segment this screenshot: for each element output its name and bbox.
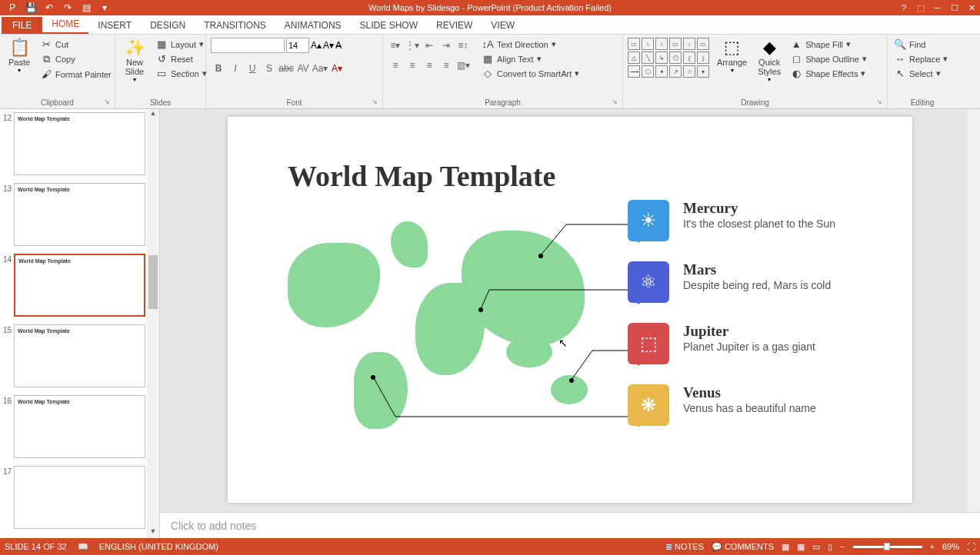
callout-mercury[interactable]: ☀MercuryIt's the closest planet to the S… xyxy=(628,200,835,241)
align-center-button[interactable]: ≡ xyxy=(405,58,420,73)
font-dialog-launcher[interactable]: ↘ xyxy=(372,98,381,107)
tab-insert[interactable]: INSERT xyxy=(88,17,141,34)
font-color-button[interactable]: A▾ xyxy=(329,61,345,76)
numbering-button[interactable]: ⋮▾ xyxy=(405,38,420,53)
qat-customize-icon[interactable]: ▾ xyxy=(97,1,112,15)
decrease-font-icon[interactable]: A▾ xyxy=(323,40,334,51)
line-spacing-button[interactable]: ≡↕ xyxy=(455,38,471,53)
layout-button[interactable]: ▦Layout ▾ xyxy=(154,38,208,51)
powerpoint-icon[interactable]: P xyxy=(5,1,20,15)
paragraph-dialog-launcher[interactable]: ↘ xyxy=(612,98,621,107)
slide-thumbnail-16[interactable]: 16World Map Template xyxy=(2,395,145,458)
select-button[interactable]: ↖Select ▾ xyxy=(892,67,949,80)
tab-slideshow[interactable]: SLIDE SHOW xyxy=(351,17,427,34)
replace-button[interactable]: ↔Replace ▾ xyxy=(892,52,949,65)
close-icon[interactable]: ✕ xyxy=(963,1,980,15)
language-indicator[interactable]: ENGLISH (UNITED KINGDOM) xyxy=(99,542,218,551)
normal-view-icon[interactable]: ▦ xyxy=(782,542,789,552)
shape-effects-button[interactable]: ◐Shape Effects ▾ xyxy=(788,67,868,80)
bullets-button[interactable]: ≡▾ xyxy=(388,38,403,53)
comments-button[interactable]: 💬 COMMENTS xyxy=(712,542,774,552)
decrease-indent-button[interactable]: ⇤ xyxy=(422,38,437,53)
start-from-beginning-icon[interactable]: ▤ xyxy=(78,1,94,15)
shape-outline-button[interactable]: ◻Shape Outline ▾ xyxy=(788,52,868,65)
help-icon[interactable]: ? xyxy=(895,1,912,15)
paste-button[interactable]: 📋 Paste ▾ xyxy=(5,38,34,75)
ribbon-display-icon[interactable]: ⬚ xyxy=(912,1,929,15)
shape-fill-button[interactable]: ▲Shape Fill ▾ xyxy=(788,38,868,51)
undo-icon[interactable]: ↶ xyxy=(42,1,57,15)
maximize-icon[interactable]: ☐ xyxy=(946,1,963,15)
italic-button[interactable]: I xyxy=(228,61,243,76)
drawing-dialog-launcher[interactable]: ↘ xyxy=(876,98,885,107)
change-case-button[interactable]: Aa▾ xyxy=(312,61,328,76)
align-left-button[interactable]: ≡ xyxy=(388,58,403,73)
zoom-out-button[interactable]: − xyxy=(840,542,845,551)
clear-formatting-icon[interactable]: A̶ xyxy=(335,40,342,51)
slide-sorter-view-icon[interactable]: ▦ xyxy=(797,542,805,552)
callout-venus[interactable]: ❋VenusVenus has a beautiful name xyxy=(628,384,835,426)
scroll-up-icon[interactable]: ▲ xyxy=(147,109,159,120)
slide-thumbnail-12[interactable]: 12World Map Template xyxy=(2,112,145,175)
notes-button[interactable]: ≣ NOTES xyxy=(665,542,704,552)
slide-thumbnail-13[interactable]: 13World Map Template xyxy=(2,183,145,246)
slide-canvas[interactable]: World Map Template xyxy=(228,117,912,503)
slide-thumbnail-15[interactable]: 15World Map Template xyxy=(2,324,145,387)
tab-design[interactable]: DESIGN xyxy=(141,17,195,34)
fit-to-window-button[interactable]: ⛶ xyxy=(967,542,975,551)
tab-home[interactable]: HOME xyxy=(42,15,88,34)
scrollbar-thumb[interactable] xyxy=(148,255,158,309)
find-button[interactable]: 🔍Find xyxy=(892,38,949,51)
callout-jupiter[interactable]: ⬚JupiterPlanet Jupiter is a gas giant xyxy=(628,323,835,364)
arrange-button[interactable]: ⬚Arrange▾ xyxy=(714,38,750,75)
tab-transitions[interactable]: TRANSITIONS xyxy=(195,17,275,34)
justify-button[interactable]: ≡ xyxy=(438,58,454,73)
callout-mars[interactable]: ⚛MarsDespite being red, Mars is cold xyxy=(628,261,835,303)
increase-indent-button[interactable]: ⇥ xyxy=(438,38,454,53)
quick-styles-button[interactable]: ◆Quick Styles▾ xyxy=(755,38,784,85)
slide-thumbnail-17[interactable]: 17 xyxy=(2,466,145,529)
tab-animations[interactable]: ANIMATIONS xyxy=(275,17,351,34)
tab-file[interactable]: FILE xyxy=(2,17,42,34)
align-text-button[interactable]: ▦Align Text ▾ xyxy=(480,52,581,65)
notes-pane[interactable]: Click to add notes xyxy=(160,512,980,538)
zoom-in-button[interactable]: + xyxy=(930,542,935,551)
section-button[interactable]: ▭Section ▾ xyxy=(154,67,208,80)
minimize-icon[interactable]: ─ xyxy=(929,1,946,15)
shapes-gallery[interactable]: ▭\\▭○▭ △╲↳⬠{} ⟶⬡✦↗☆▾ xyxy=(628,38,709,78)
shadow-button[interactable]: S xyxy=(262,61,277,76)
reading-view-icon[interactable]: ▭ xyxy=(812,542,820,552)
reset-button[interactable]: ↺Reset xyxy=(154,52,208,65)
slide-thumbnail-14[interactable]: 14World Map Template xyxy=(2,254,145,317)
clipboard-dialog-launcher[interactable]: ↘ xyxy=(104,98,113,107)
character-spacing-button[interactable]: AV xyxy=(295,61,311,76)
text-direction-button[interactable]: ↕AText Direction ▾ xyxy=(480,38,581,51)
convert-smartart-button[interactable]: ◇Convert to SmartArt ▾ xyxy=(480,67,581,80)
spellcheck-icon[interactable]: 📖 xyxy=(78,542,88,552)
copy-button[interactable]: ⧉Copy xyxy=(38,52,113,66)
tab-review[interactable]: REVIEW xyxy=(427,17,482,34)
zoom-slider[interactable] xyxy=(853,546,922,548)
font-family-selector[interactable] xyxy=(211,38,285,53)
zoom-level[interactable]: 69% xyxy=(942,542,959,551)
slide-counter[interactable]: SLIDE 14 OF 32 xyxy=(5,542,67,551)
world-map-graphic[interactable] xyxy=(280,214,588,437)
editor-scrollbar[interactable] xyxy=(968,109,980,512)
cut-button[interactable]: ✂Cut xyxy=(38,38,113,51)
save-icon[interactable]: 💾 xyxy=(23,1,38,15)
scroll-down-icon[interactable]: ▼ xyxy=(147,527,159,538)
slide-title[interactable]: World Map Template xyxy=(288,159,555,193)
bold-button[interactable]: B xyxy=(211,61,226,76)
new-slide-button[interactable]: ✨ New Slide ▾ xyxy=(120,38,149,85)
tab-view[interactable]: VIEW xyxy=(482,17,524,34)
thumbnail-scrollbar[interactable]: ▲ ▼ xyxy=(147,109,159,538)
columns-button[interactable]: ▥▾ xyxy=(455,58,471,73)
align-right-button[interactable]: ≡ xyxy=(422,58,437,73)
slideshow-view-icon[interactable]: ▯ xyxy=(828,542,832,552)
underline-button[interactable]: U xyxy=(245,61,260,76)
increase-font-icon[interactable]: A▴ xyxy=(311,40,322,51)
redo-icon[interactable]: ↷ xyxy=(60,1,75,15)
font-size-selector[interactable] xyxy=(286,38,309,53)
format-painter-button[interactable]: 🖌Format Painter xyxy=(38,68,113,81)
strikethrough-button[interactable]: abc xyxy=(278,61,294,76)
